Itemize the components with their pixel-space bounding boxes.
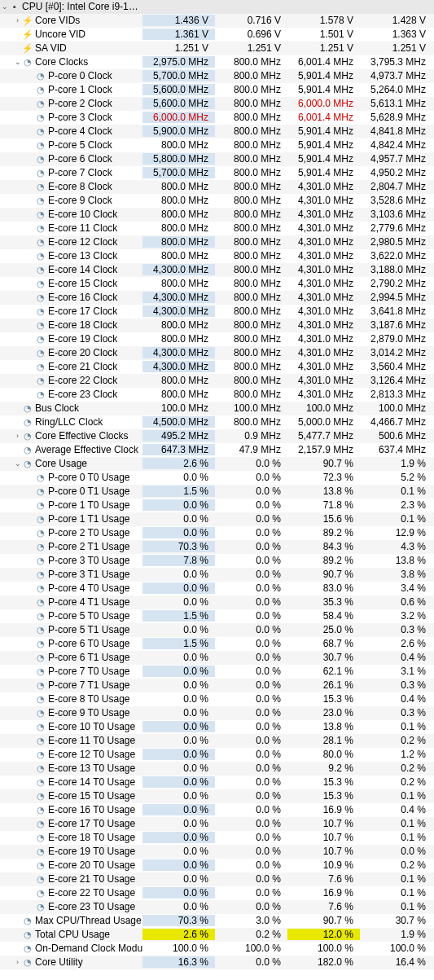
sensor-row[interactable]: Max CPU/Thread Usage70.3 %3.0 %90.7 %30.…	[0, 914, 434, 928]
sensor-row[interactable]: Ring/LLC Clock4,500.0 MHz800.0 MHz5,000.…	[0, 415, 434, 429]
sensor-row[interactable]: Uncore VID1.361 V0.696 V1.501 V1.363 V	[0, 28, 434, 42]
sensor-row[interactable]: E-core 10 T0 Usage0.0 %0.0 %13.8 %0.1 %	[0, 720, 434, 734]
row-label-cell[interactable]: Total CPU Usage	[0, 929, 142, 940]
sensor-row[interactable]: P-core 4 T1 Usage0.0 %0.0 %35.3 %0.6 %	[0, 595, 434, 609]
sensor-row[interactable]: P-core 1 T0 Usage0.0 %0.0 %71.8 %2.3 %	[0, 499, 434, 512]
sensor-row[interactable]: E-core 19 T0 Usage0.0 %0.0 %10.7 %0.0 %	[0, 845, 434, 859]
sensor-row[interactable]: P-core 0 T0 Usage0.0 %0.0 %72.3 %5.2 %	[0, 471, 434, 485]
sensor-row[interactable]: P-core 5 Clock800.0 MHz800.0 MHz5,901.4 …	[0, 138, 434, 152]
sensor-row[interactable]: P-core 7 T1 Usage0.0 %0.0 %26.1 %0.3 %	[0, 679, 434, 692]
sensor-tree[interactable]: ⌄CPU [#0]: Intel Core i9-1…›Core VIDs1.4…	[0, 0, 434, 969]
sensor-row[interactable]: E-core 13 T0 Usage0.0 %0.0 %9.2 %0.2 %	[0, 762, 434, 776]
sensor-row[interactable]: E-core 15 Clock800.0 MHz800.0 MHz4,301.0…	[0, 277, 434, 291]
row-label-cell[interactable]: Bus Clock	[0, 402, 142, 414]
row-label-cell[interactable]: E-core 13 T0 Usage	[0, 762, 142, 774]
sensor-row[interactable]: E-core 18 T0 Usage0.0 %0.0 %10.7 %0.1 %	[0, 831, 434, 845]
sensor-row[interactable]: P-core 0 T1 Usage1.5 %0.0 %13.8 %0.1 %	[0, 485, 434, 499]
sensor-row[interactable]: E-core 21 Clock4,300.0 MHz800.0 MHz4,301…	[0, 360, 434, 374]
sensor-row[interactable]: E-core 12 T0 Usage0.0 %0.0 %80.0 %1.2 %	[0, 748, 434, 762]
row-label-cell[interactable]: ⌄Core Usage	[0, 458, 142, 469]
row-label-cell[interactable]: E-core 21 Clock	[0, 361, 142, 372]
cpu-header-row[interactable]: ⌄CPU [#0]: Intel Core i9-1…	[0, 0, 434, 14]
sensor-row[interactable]: On-Demand Clock Modul…100.0 %100.0 %100.…	[0, 942, 434, 956]
row-label-cell[interactable]: Uncore VID	[0, 29, 142, 40]
row-label-cell[interactable]: On-Demand Clock Modul…	[0, 943, 142, 954]
sensor-row[interactable]: P-core 5 T0 Usage1.5 %0.0 %58.4 %3.2 %	[0, 609, 434, 623]
row-label-cell[interactable]: P-core 6 T1 Usage	[0, 652, 142, 663]
sensor-row[interactable]: SA VID1.251 V1.251 V1.251 V1.251 V	[0, 42, 434, 55]
row-label-cell[interactable]: E-core 14 T0 Usage	[0, 776, 142, 788]
row-label-cell[interactable]: P-core 7 Clock	[0, 167, 142, 178]
sensor-row[interactable]: P-core 4 T0 Usage0.0 %0.0 %83.0 %3.4 %	[0, 582, 434, 595]
row-label-cell[interactable]: P-core 3 Clock	[0, 112, 142, 123]
sensor-row[interactable]: P-core 1 Clock5,600.0 MHz800.0 MHz5,901.…	[0, 83, 434, 97]
sensor-row[interactable]: P-core 4 Clock5,900.0 MHz800.0 MHz5,901.…	[0, 125, 434, 138]
sensor-row[interactable]: P-core 3 T0 Usage7.8 %0.0 %89.2 %13.8 %	[0, 554, 434, 568]
row-label-cell[interactable]: P-core 0 T1 Usage	[0, 486, 142, 497]
row-label-cell[interactable]: E-core 10 T0 Usage	[0, 721, 142, 732]
row-label-cell[interactable]: E-core 18 Clock	[0, 319, 142, 331]
row-label-cell[interactable]: E-core 17 T0 Usage	[0, 818, 142, 829]
sensor-row[interactable]: E-core 14 Clock4,300.0 MHz800.0 MHz4,301…	[0, 263, 434, 277]
sensor-row[interactable]: E-core 14 T0 Usage0.0 %0.0 %15.3 %0.2 %	[0, 776, 434, 789]
sensor-row[interactable]: P-core 6 T0 Usage1.5 %0.0 %68.7 %2.6 %	[0, 637, 434, 651]
sensor-row[interactable]: E-core 20 Clock4,300.0 MHz800.0 MHz4,301…	[0, 346, 434, 360]
tree-toggle-icon[interactable]: ›	[13, 16, 22, 25]
row-label-cell[interactable]: P-core 4 T1 Usage	[0, 596, 142, 608]
sensor-row[interactable]: Bus Clock100.0 MHz100.0 MHz100.0 MHz100.…	[0, 402, 434, 415]
sensor-row[interactable]: E-core 8 Clock800.0 MHz800.0 MHz4,301.0 …	[0, 180, 434, 194]
row-label-cell[interactable]: E-core 22 Clock	[0, 375, 142, 386]
row-label-cell[interactable]: E-core 13 Clock	[0, 250, 142, 261]
sensor-row[interactable]: P-core 2 T0 Usage0.0 %0.0 %89.2 %12.9 %	[0, 526, 434, 540]
row-label-cell[interactable]: P-core 7 T1 Usage	[0, 679, 142, 691]
sensor-row[interactable]: E-core 23 Clock800.0 MHz800.0 MHz4,301.0…	[0, 388, 434, 402]
row-label-cell[interactable]: E-core 12 T0 Usage	[0, 749, 142, 760]
sensor-row[interactable]: P-core 7 T0 Usage0.0 %0.0 %62.1 %3.1 %	[0, 665, 434, 679]
row-label-cell[interactable]: P-core 5 T1 Usage	[0, 624, 142, 635]
row-label-cell[interactable]: P-core 6 Clock	[0, 153, 142, 165]
row-label-cell[interactable]: E-core 8 Clock	[0, 181, 142, 192]
sensor-row[interactable]: E-core 17 Clock4,300.0 MHz800.0 MHz4,301…	[0, 305, 434, 319]
row-label-cell[interactable]: E-core 17 Clock	[0, 305, 142, 317]
row-label-cell[interactable]: E-core 9 Clock	[0, 195, 142, 206]
row-label-cell[interactable]: SA VID	[0, 42, 142, 54]
row-label-cell[interactable]: E-core 11 Clock	[0, 222, 142, 234]
sensor-row[interactable]: E-core 12 Clock800.0 MHz800.0 MHz4,301.0…	[0, 235, 434, 249]
row-label-cell[interactable]: E-core 10 Clock	[0, 209, 142, 220]
sensor-row[interactable]: P-core 2 Clock5,600.0 MHz800.0 MHz6,000.…	[0, 97, 434, 111]
row-label-cell[interactable]: E-core 19 Clock	[0, 333, 142, 345]
row-label-cell[interactable]: E-core 16 T0 Usage	[0, 804, 142, 815]
row-label-cell[interactable]: E-core 8 T0 Usage	[0, 693, 142, 705]
row-label-cell[interactable]: P-core 0 T0 Usage	[0, 472, 142, 483]
row-label-cell[interactable]: E-core 23 Clock	[0, 389, 142, 400]
sensor-row[interactable]: ›Core Utility16.3 %0.0 %182.0 %16.4 %	[0, 956, 434, 969]
sensor-row[interactable]: P-core 3 T1 Usage0.0 %0.0 %90.7 %3.8 %	[0, 568, 434, 582]
sensor-row[interactable]: E-core 22 Clock800.0 MHz800.0 MHz4,301.0…	[0, 374, 434, 388]
row-label-cell[interactable]: P-core 4 Clock	[0, 125, 142, 137]
row-label-cell[interactable]: E-core 18 T0 Usage	[0, 832, 142, 843]
row-label-cell[interactable]: E-core 19 T0 Usage	[0, 846, 142, 857]
sensor-row[interactable]: E-core 10 Clock800.0 MHz800.0 MHz4,301.0…	[0, 208, 434, 222]
row-label-cell[interactable]: E-core 15 Clock	[0, 278, 142, 289]
sensor-row[interactable]: P-core 0 Clock5,700.0 MHz800.0 MHz5,901.…	[0, 69, 434, 83]
row-label-cell[interactable]: P-core 6 T0 Usage	[0, 638, 142, 649]
row-label-cell[interactable]: E-core 9 T0 Usage	[0, 707, 142, 719]
sensor-row[interactable]: E-core 16 T0 Usage0.0 %0.0 %16.9 %0.4 %	[0, 803, 434, 817]
row-label-cell[interactable]: P-core 2 T0 Usage	[0, 527, 142, 538]
sensor-row[interactable]: P-core 2 T1 Usage70.3 %0.0 %84.3 %4.3 %	[0, 540, 434, 554]
row-label-cell[interactable]: ›Core Effective Clocks	[0, 430, 142, 442]
sensor-row[interactable]: E-core 17 T0 Usage0.0 %0.0 %10.7 %0.1 %	[0, 817, 434, 831]
sensor-row[interactable]: P-core 3 Clock6,000.0 MHz800.0 MHz6,001.…	[0, 111, 434, 125]
row-label-cell[interactable]: ⌄Core Clocks	[0, 56, 142, 68]
row-label-cell[interactable]: P-core 1 T0 Usage	[0, 499, 142, 511]
sensor-row[interactable]: E-core 8 T0 Usage0.0 %0.0 %15.3 %0.4 %	[0, 692, 434, 706]
sensor-row[interactable]: E-core 21 T0 Usage0.0 %0.0 %7.6 %0.1 %	[0, 872, 434, 886]
row-label-cell[interactable]: E-core 14 Clock	[0, 264, 142, 275]
sensor-row[interactable]: P-core 6 T1 Usage0.0 %0.0 %30.7 %0.4 %	[0, 651, 434, 665]
row-label-cell[interactable]: P-core 1 Clock	[0, 84, 142, 95]
row-label-cell[interactable]: P-core 7 T0 Usage	[0, 666, 142, 677]
row-label-cell[interactable]: P-core 3 T1 Usage	[0, 569, 142, 580]
row-label-cell[interactable]: E-core 20 Clock	[0, 347, 142, 358]
sensor-row[interactable]: E-core 9 Clock800.0 MHz800.0 MHz4,301.0 …	[0, 194, 434, 208]
sensor-row[interactable]: P-core 1 T1 Usage0.0 %0.0 %15.6 %0.1 %	[0, 512, 434, 526]
